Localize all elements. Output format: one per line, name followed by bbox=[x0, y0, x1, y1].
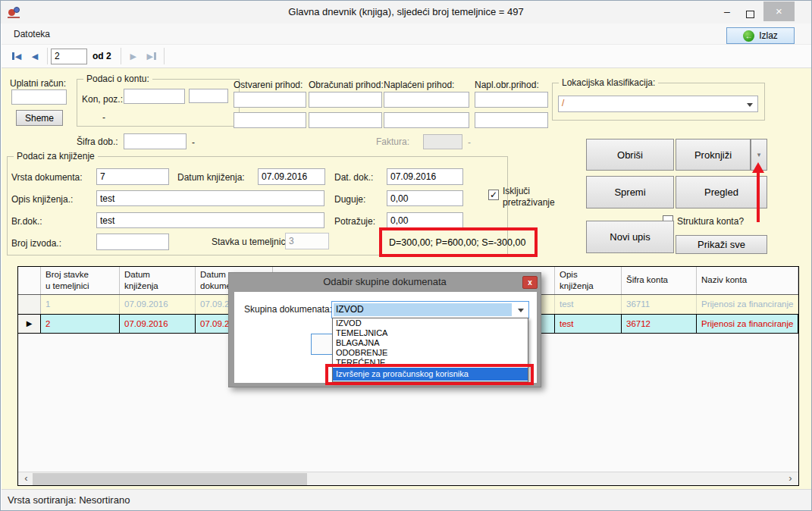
cell-broj-stavke[interactable]: 1 bbox=[41, 295, 120, 314]
iskljuci-label-line1: Isključi bbox=[503, 186, 530, 196]
kon-poz-input-2[interactable] bbox=[189, 89, 228, 103]
iskljuci-pretrazivanje-checkbox[interactable]: ✓ bbox=[488, 190, 499, 200]
previous-arrow-icon: ◀ bbox=[32, 52, 38, 61]
vrsta-dokumenta-label: Vrsta dokumenta: bbox=[11, 172, 83, 183]
kon-poz-input-1[interactable] bbox=[124, 89, 185, 104]
prikazi-sve-button[interactable]: Prikaži sve bbox=[676, 235, 767, 254]
list-item[interactable]: ODOBRENJE bbox=[333, 348, 528, 358]
grid-header-opis-knjizenja[interactable]: Opis knjiženja bbox=[555, 267, 622, 294]
scroll-right-icon[interactable]: › bbox=[784, 472, 797, 485]
opis-knjizenja-input[interactable] bbox=[96, 190, 324, 206]
close-button[interactable]: × bbox=[763, 2, 795, 21]
app-window: Glavna dnevnik (knjiga), sljedeći broj t… bbox=[0, 0, 812, 511]
cell-naziv-konta[interactable]: Prijenosi za financiranje bbox=[697, 295, 798, 314]
napl-obr-prihod-label: Napl.obr.prihod: bbox=[475, 80, 539, 90]
maximize-button[interactable] bbox=[740, 5, 760, 19]
minimize-button[interactable]: – bbox=[717, 5, 737, 19]
dialog-close-button[interactable]: x bbox=[522, 276, 538, 289]
grid-header-datum-knjizenja[interactable]: Datum knjiženja bbox=[120, 267, 196, 294]
sheme-button[interactable]: Sheme bbox=[16, 110, 63, 126]
list-item[interactable]: TEMELJNICA bbox=[333, 328, 528, 338]
grid-header-sifra-konta[interactable]: Šifra konta bbox=[622, 267, 697, 294]
cell-naziv-konta[interactable]: Prijenosi za financiranje bbox=[697, 315, 798, 333]
stavka-input bbox=[285, 233, 329, 249]
grid-header-naziv-konta[interactable]: Naziv konta bbox=[697, 267, 798, 294]
podaci-za-knjizenje-title: Podaci za knjiženje bbox=[14, 151, 98, 161]
struktura-konta-label: Struktura konta? bbox=[677, 216, 744, 227]
scrollbar-thumb[interactable] bbox=[33, 473, 307, 485]
vrsta-dokumenta-input[interactable] bbox=[96, 168, 169, 185]
cell-broj-stavke[interactable]: 2 bbox=[41, 315, 120, 333]
naplaceni-prihod-input-1[interactable] bbox=[384, 92, 469, 108]
move-previous-button[interactable]: ◀ bbox=[26, 47, 44, 65]
record-navigation-toolbar: ◀ ◀ od 2 ▶ ▶ bbox=[2, 45, 811, 68]
first-arrow-icon: ◀ bbox=[15, 52, 21, 61]
duguje-input[interactable] bbox=[387, 190, 463, 206]
sifra-dob-input[interactable] bbox=[124, 133, 187, 149]
move-last-button[interactable]: ▶ bbox=[143, 47, 161, 65]
window-title: Glavna dnevnik (knjiga), sljedeći broj t… bbox=[1, 1, 811, 24]
exit-button[interactable]: ← Izlaz bbox=[726, 27, 795, 44]
dat-dok-input[interactable] bbox=[387, 168, 463, 185]
cell-opis[interactable]: test bbox=[555, 295, 622, 314]
list-item-highlighted[interactable]: Izvršenje za proračunskog korisnika bbox=[333, 368, 528, 381]
menu-datoteka[interactable]: Datoteka bbox=[9, 24, 55, 45]
move-next-button[interactable]: ▶ bbox=[124, 47, 143, 65]
sifra-dob-dash-label: - bbox=[192, 137, 195, 148]
proknjizi-button[interactable]: Proknjiži bbox=[676, 139, 751, 171]
skupina-dokumenata-combobox[interactable]: IZVOD bbox=[331, 301, 529, 318]
pregled-button[interactable]: Pregled bbox=[676, 176, 767, 208]
combobox-selected-value: IZVOD bbox=[334, 303, 512, 316]
broj-izvoda-input[interactable] bbox=[96, 234, 169, 250]
horizontal-scrollbar[interactable]: ‹ › bbox=[18, 472, 798, 485]
naplaceni-prihod-input-2[interactable] bbox=[384, 112, 469, 128]
stavka-label: Stavka u temeljnici: bbox=[212, 237, 290, 247]
duguje-label: Duguje: bbox=[334, 194, 365, 205]
last-bar-icon bbox=[154, 52, 156, 60]
obracunati-prihod-input-2[interactable] bbox=[309, 112, 382, 128]
uplatni-racun-input[interactable] bbox=[11, 89, 67, 105]
ostvareni-prihod-input-1[interactable] bbox=[234, 92, 306, 108]
chevron-down-icon bbox=[518, 309, 524, 312]
konto-dash-label: - bbox=[102, 112, 105, 123]
grid-header-broj-stavke[interactable]: Broj stavke u temeljnici bbox=[41, 267, 120, 294]
napl-obr-prihod-input-2[interactable] bbox=[475, 112, 548, 128]
dat-dok-label: Dat. dok.: bbox=[334, 172, 373, 183]
row-selector-cell[interactable]: ▶ bbox=[18, 315, 41, 333]
dialog-title: Odabir skupine dokumenata bbox=[229, 273, 541, 292]
ostvareni-prihod-input-2[interactable] bbox=[234, 112, 306, 128]
scroll-left-icon[interactable]: ‹ bbox=[20, 472, 33, 485]
napl-obr-prihod-input-1[interactable] bbox=[475, 92, 548, 108]
faktura-input bbox=[423, 134, 462, 149]
potrazuje-input[interactable] bbox=[387, 212, 463, 228]
maximize-icon bbox=[746, 11, 754, 18]
row-selector-cell[interactable] bbox=[18, 295, 41, 314]
status-bar: Vrsta sortiranja: Nesortirano bbox=[2, 489, 811, 511]
obrisi-button[interactable]: Obriši bbox=[586, 139, 674, 171]
lokacijska-combobox[interactable]: / bbox=[558, 96, 758, 112]
cell-sifra-konta[interactable]: 36711 bbox=[622, 295, 697, 314]
cell-sifra-konta[interactable]: 36712 bbox=[622, 315, 697, 333]
kon-poz-label: Kon, poz.: bbox=[82, 94, 123, 105]
datum-knjizenja-input[interactable] bbox=[258, 168, 325, 185]
record-position-input[interactable] bbox=[51, 49, 87, 64]
record-count-label: od 2 bbox=[92, 51, 111, 61]
cell-datum-knjizenja[interactable]: 07.09.2016 bbox=[120, 315, 196, 333]
list-item[interactable]: IZVOD bbox=[333, 318, 528, 328]
datum-knjizenja-label: Datum knjiženja: bbox=[177, 172, 245, 183]
next-arrow-icon: ▶ bbox=[130, 52, 136, 61]
lokacijska-value: / bbox=[562, 98, 564, 108]
toolbar-separator bbox=[47, 48, 48, 64]
br-dok-input[interactable] bbox=[96, 212, 324, 228]
list-item[interactable]: TEREĆENJE bbox=[333, 358, 528, 368]
list-item[interactable]: BLAGAJNA bbox=[333, 338, 528, 348]
annotation-arrow-line bbox=[757, 172, 760, 222]
obracunati-prihod-input-1[interactable] bbox=[309, 92, 382, 108]
toolbar-separator bbox=[164, 48, 165, 64]
chevron-down-icon bbox=[747, 103, 753, 107]
cell-datum-knjizenja[interactable]: 07.09.2016 bbox=[120, 295, 196, 314]
spremi-button[interactable]: Spremi bbox=[586, 176, 674, 208]
move-first-button[interactable]: ◀ bbox=[8, 47, 26, 65]
cell-opis[interactable]: test bbox=[555, 315, 622, 333]
novi-upis-button[interactable]: Novi upis bbox=[586, 221, 674, 253]
